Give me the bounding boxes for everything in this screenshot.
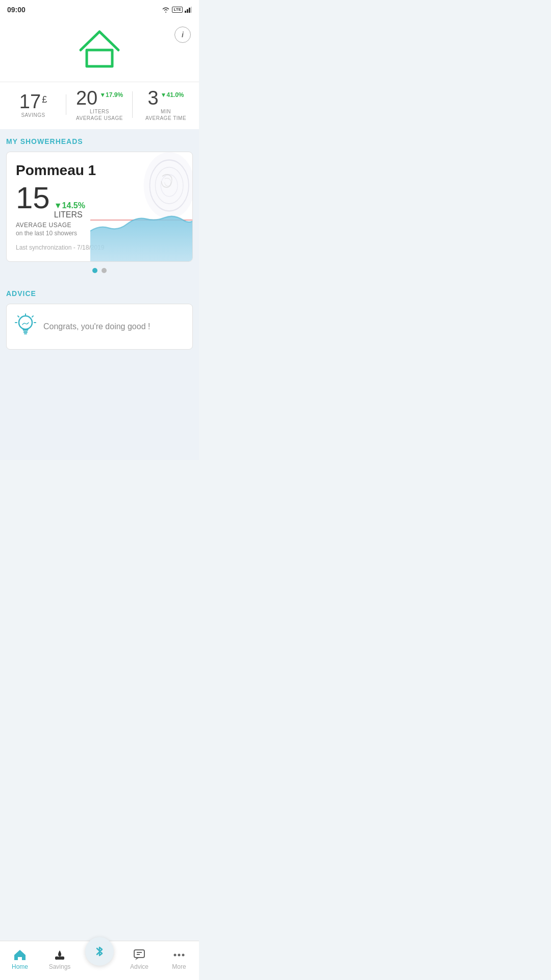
svg-rect-18: [24, 333, 27, 334]
avg-usage-unit: LITERS: [90, 109, 109, 114]
avg-time-label: AVERAGE TIME: [145, 115, 186, 121]
status-icons: LTE: [162, 7, 192, 13]
hero-section: i: [0, 18, 199, 82]
svg-rect-4: [87, 50, 112, 66]
bulb-icon: [15, 313, 36, 340]
svg-rect-0: [185, 11, 186, 13]
advice-section: ADVICE Congrats, you're d: [0, 281, 199, 358]
svg-rect-3: [191, 7, 192, 13]
svg-point-10: [19, 316, 32, 329]
stats-row: 17£ SAVINGS 20 ▼17.9% LITERS AVERAGE USA…: [0, 82, 199, 129]
svg-rect-17: [23, 331, 28, 333]
avg-usage-label: AVERAGE USAGE: [76, 115, 123, 121]
avg-time-unit: MIN: [161, 109, 171, 114]
advice-message: Congrats, you're doing good !: [43, 322, 150, 331]
svg-point-5: [143, 152, 192, 219]
lte-icon: LTE: [172, 7, 183, 13]
shower-unit: LITERS: [54, 210, 85, 219]
shower-card[interactable]: Pommeau 1 15 ▼14.5% LITERS AVERAGE USAGE…: [6, 152, 193, 262]
showerheads-section: MY SHOWERHEADS: [0, 129, 199, 281]
shower-badge-unit: ▼14.5% LITERS: [54, 201, 85, 219]
wifi-icon: [162, 7, 170, 13]
savings-value: 17: [19, 92, 41, 111]
shower-badge: ▼14.5%: [54, 201, 85, 210]
showerheads-title: MY SHOWERHEADS: [6, 137, 193, 145]
dot-2[interactable]: [102, 268, 107, 273]
status-time: 09:00: [7, 6, 26, 14]
stat-savings: 17£ SAVINGS: [0, 92, 66, 118]
avg-usage-value: 20: [76, 88, 97, 108]
svg-line-15: [18, 316, 19, 317]
signal-icon: [185, 7, 192, 13]
svg-rect-2: [189, 8, 190, 13]
carousel-dots: [6, 268, 193, 273]
savings-unit: £: [42, 95, 47, 104]
dot-1[interactable]: [92, 268, 97, 273]
info-button[interactable]: i: [174, 27, 191, 43]
shower-liters: 15: [16, 183, 50, 213]
avg-time-value: 3: [147, 88, 158, 108]
advice-card: Congrats, you're doing good !: [6, 304, 193, 350]
stat-avg-time: 3 ▼41.0% MIN AVERAGE TIME: [133, 88, 199, 121]
avg-usage-badge: ▼17.9%: [99, 91, 123, 99]
avg-time-badge: ▼41.0%: [161, 91, 184, 99]
wave-chart: [90, 152, 192, 261]
svg-rect-1: [187, 9, 188, 13]
status-bar: 09:00 LTE: [0, 0, 199, 18]
savings-label: SAVINGS: [21, 112, 45, 118]
info-icon: i: [182, 31, 184, 39]
bottom-space: [0, 358, 199, 460]
svg-line-12: [32, 316, 33, 317]
stat-avg-usage: 20 ▼17.9% LITERS AVERAGE USAGE: [66, 88, 133, 121]
advice-title: ADVICE: [6, 289, 193, 298]
home-icon: [77, 29, 122, 71]
